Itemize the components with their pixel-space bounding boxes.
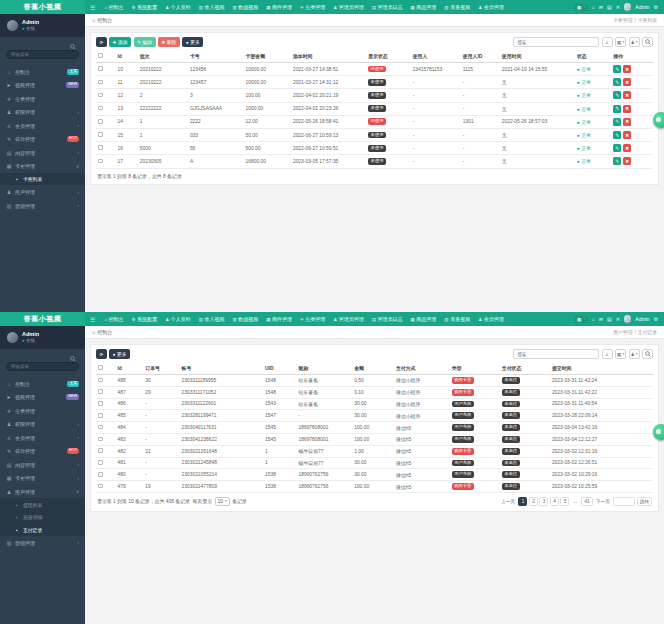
column-header-使用人ID[interactable]: 使用人ID [461,50,500,63]
column-header-卡密金额[interactable]: 卡密金额 [244,50,291,63]
column-header-昵称[interactable]: 昵称 [296,362,352,375]
checkbox[interactable] [98,413,103,418]
sidebar-item-用户管理[interactable]: ♟用户管理‹ [0,185,85,199]
nav-item-3[interactable]: ♟个人资料 [161,0,195,14]
sidebar-item-操作管理[interactable]: ✎操作管理HOT [0,132,85,146]
checkbox[interactable] [98,66,103,71]
page-jump-button[interactable]: 跳转 [637,497,652,506]
next-page-button[interactable]: 下一页 [594,497,612,506]
nav-item-4[interactable]: ▥收入视频 [195,0,229,14]
close-icon[interactable]: ✕ [616,4,620,10]
nav-item-11[interactable]: ▥采集视频 [440,312,474,326]
column-header-状态[interactable]: 状态 [575,50,611,63]
delete-button[interactable]: ✖ [623,144,631,152]
table-search-input[interactable] [513,37,599,47]
checkbox[interactable] [98,460,103,465]
floating-service-button[interactable] [653,112,664,128]
column-header-金额[interactable]: 金额 [352,362,394,375]
nav-item-12[interactable]: ♟会员管理 [474,312,508,326]
message-icon[interactable]: ✉ [599,4,603,10]
column-header-UID[interactable]: UID [263,362,296,375]
prev-page-button[interactable]: 上一页 [499,497,517,506]
sidebar-item-会员管理[interactable]: ♙会员管理‹ [0,431,85,445]
delete-button[interactable]: ✖ [623,65,631,73]
delete-button[interactable]: ✖ [623,105,631,113]
page-button-41[interactable]: 41 [581,497,592,506]
nav-item-2[interactable]: ⚙系统配置 [128,312,162,326]
sidebar-item-权限管理[interactable]: ♟权限管理‹ [0,105,85,119]
sidebar-item-卡密管理[interactable]: ▦卡密管理∨ [0,159,85,173]
更多-button[interactable]: ●更多 [182,37,203,47]
column-header-类型[interactable]: 类型 [450,362,500,375]
view-toggle-icon[interactable]: ▦▾ [615,37,626,47]
sidebar-search-input[interactable] [6,50,79,59]
edit-button[interactable]: ✎ [613,78,621,86]
breadcrumb[interactable]: ⌂控制台 [92,329,112,335]
delete-button[interactable]: ✖ [623,91,631,99]
home-icon[interactable]: ⌂ [592,316,595,322]
avatar[interactable] [7,20,18,31]
nav-item-11[interactable]: ▥采集视频 [440,0,474,14]
sidebar-item-权限管理[interactable]: ♟权限管理‹ [0,417,85,431]
submenu-item-卡密列表[interactable]: ▪卡密列表 [0,173,85,186]
sidebar-item-分类管理[interactable]: ✈分类管理 [0,404,85,418]
page-button-1[interactable]: 1 [518,497,527,506]
nav-item-12[interactable]: ♟会员管理 [474,0,508,14]
apps-dropdown[interactable]: ▦▾ [574,316,588,323]
submenu-item-充值明细[interactable]: ▪充值明细 [0,511,85,524]
navbar-username[interactable]: Admin [635,4,649,10]
nav-item-6[interactable]: ▦商件管理 [262,312,296,326]
export-user-icon[interactable]: ♟▾ [629,37,640,47]
column-header-支付方式[interactable]: 支付方式 [394,362,450,375]
column-header-订单号[interactable]: 订单号 [143,362,179,375]
column-header-Id[interactable]: Id [115,362,143,375]
search-icon[interactable] [642,37,653,47]
sidebar-toggle-icon[interactable]: ☰ [85,316,100,323]
checkbox[interactable] [98,365,103,370]
sidebar-item-视频管理[interactable]: ►视频管理NEW [0,390,85,404]
page-button-4[interactable]: 4 [550,497,559,506]
nav-item-8[interactable]: ♟管理员管理 [329,0,368,14]
nav-item-1[interactable]: ⌂控制台 [100,0,127,14]
navbar-username[interactable]: Admin [635,316,649,322]
checkbox[interactable] [98,145,103,150]
checkbox[interactable] [98,80,103,85]
编辑-button[interactable]: ✎编辑 [134,37,156,47]
sidebar-item-内容管理[interactable]: ▤内容管理‹ [0,146,85,160]
avatar[interactable] [624,3,632,11]
column-header-支付状态[interactable]: 支付状态 [500,362,550,375]
close-icon[interactable]: ✕ [616,316,620,322]
edit-button[interactable]: ✎ [613,105,621,113]
per-page-select[interactable]: 10▾ [215,497,230,506]
column-header-Id[interactable]: Id [115,50,137,63]
nav-item-6[interactable]: ▦商件管理 [262,0,296,14]
checkbox[interactable] [98,437,103,442]
table-search-input[interactable] [513,349,599,359]
export-user-icon[interactable]: ♟▾ [629,349,640,359]
breadcrumb[interactable]: ⌂控制台 [92,17,112,23]
checkbox[interactable] [98,53,103,58]
submenu-item-提现列表[interactable]: ▪提现列表 [0,498,85,511]
tasks-icon[interactable]: ▤ [607,316,612,322]
edit-button[interactable]: ✎ [613,91,621,99]
view-toggle-icon[interactable]: ▦▾ [615,349,626,359]
column-header-操作[interactable]: 操作 [611,50,653,63]
sidebar-item-营销管理[interactable]: ▥营销管理‹ [0,536,85,550]
columns-icon[interactable]: ≡ [602,37,613,47]
sidebar-item-操作管理[interactable]: ✎操作管理HOT [0,444,85,458]
sidebar-item-会员管理[interactable]: ♙会员管理‹ [0,119,85,133]
sidebar-item-卡密管理[interactable]: ▦卡密管理‹ [0,471,85,485]
delete-button[interactable]: ✖ [623,118,631,126]
column-header-提交时间[interactable]: 提交时间 [550,362,653,375]
nav-item-2[interactable]: ⚙系统配置 [128,0,162,14]
nav-item-7[interactable]: ✈分类管理 [296,0,329,14]
sidebar-search-input[interactable] [6,362,79,371]
checkbox[interactable] [98,378,103,383]
avatar[interactable] [7,332,18,343]
column-header-使用人[interactable]: 使用人 [411,50,461,63]
sidebar-item-控制台[interactable]: ⌂控制台主页 [0,65,85,79]
page-button-3[interactable]: 3 [539,497,548,506]
nav-item-8[interactable]: ♟管理员管理 [329,312,368,326]
gear-icon[interactable]: ⚙ [654,316,658,322]
home-icon[interactable]: ⌂ [592,4,595,10]
